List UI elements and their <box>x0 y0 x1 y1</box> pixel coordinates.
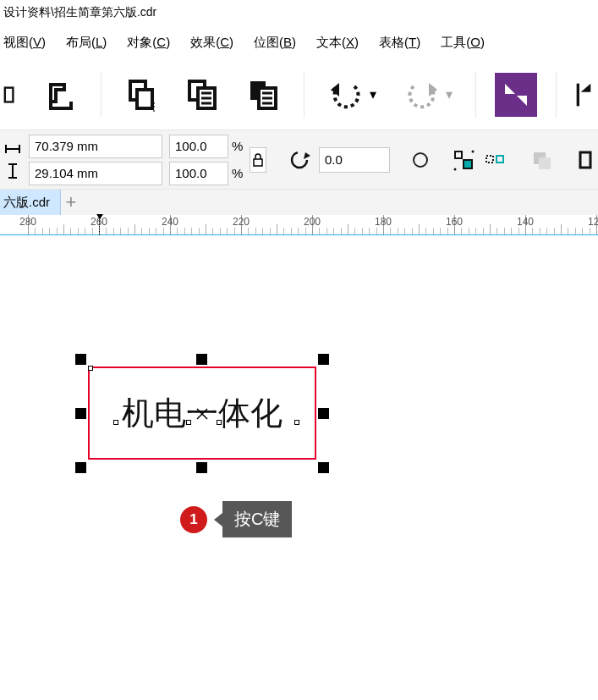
width-input[interactable] <box>29 135 162 158</box>
svg-point-28 <box>292 152 307 168</box>
pct-label: % <box>232 166 243 180</box>
width-icon <box>3 140 22 158</box>
undo-button[interactable]: ▾ <box>323 73 381 117</box>
center-marker[interactable] <box>196 408 208 420</box>
print-button[interactable] <box>0 73 21 117</box>
document-tab[interactable]: 六版.cdr <box>0 190 61 215</box>
pct-label: % <box>232 139 243 153</box>
menu-view[interactable]: 视图(V) <box>3 35 46 51</box>
duplicate-button[interactable] <box>243 73 285 117</box>
toolbar-divider <box>304 72 304 118</box>
chevron-down-icon: ▾ <box>446 86 453 102</box>
export-button[interactable] <box>40 73 82 117</box>
svg-marker-15 <box>331 83 339 96</box>
ruler-label: 200 <box>304 216 321 228</box>
svg-rect-1 <box>6 88 12 100</box>
ruler-label: 160 <box>446 216 463 228</box>
mirror-h-button[interactable] <box>408 146 433 174</box>
toolbar-divider <box>475 72 476 118</box>
svg-rect-27 <box>254 159 262 166</box>
svg-text:⋮: ⋮ <box>149 101 159 112</box>
svg-point-33 <box>453 168 456 170</box>
main-toolbar: ⋮ ▾ ▾ <box>0 59 598 130</box>
plus-icon: + <box>66 191 77 213</box>
extra-button[interactable] <box>573 146 598 174</box>
scale-x-input[interactable] <box>169 135 228 158</box>
copy-button[interactable]: ⋮ <box>120 73 162 117</box>
svg-marker-18 <box>517 96 527 106</box>
svg-rect-31 <box>455 152 462 158</box>
edge-handle[interactable] <box>113 420 118 425</box>
rotation-input[interactable] <box>319 147 390 173</box>
document-tab-bar: 六版.cdr + <box>0 190 598 215</box>
align-button[interactable] <box>451 146 476 174</box>
svg-marker-20 <box>581 83 591 91</box>
handle-mr[interactable] <box>318 408 329 419</box>
lock-ratio-button[interactable] <box>250 147 266 173</box>
menu-effect[interactable]: 效果(C) <box>190 35 233 51</box>
chevron-down-icon: ▾ <box>370 86 376 102</box>
redo-button[interactable]: ▾ <box>399 73 457 117</box>
toolbar-divider <box>101 72 101 118</box>
edge-handle[interactable] <box>294 420 299 425</box>
ruler-label: 180 <box>375 216 392 228</box>
svg-rect-38 <box>539 157 551 169</box>
distribute-button[interactable] <box>483 146 508 174</box>
paste-button[interactable] <box>182 73 224 117</box>
title-text: 设计资料\招生简章第六版.cdr <box>3 5 156 20</box>
handle-tr[interactable] <box>318 354 329 365</box>
svg-rect-35 <box>486 156 493 163</box>
handle-tl[interactable] <box>75 354 86 365</box>
instruction-tooltip: 按C键 <box>222 501 292 537</box>
ruler-label: 240 <box>162 216 178 228</box>
ruler-label: 280 <box>19 216 36 228</box>
rotation-icon <box>287 146 312 174</box>
dimension-icons <box>3 140 22 180</box>
edge-handle[interactable] <box>88 366 93 371</box>
title-bar: 设计资料\招生简章第六版.cdr <box>0 0 598 25</box>
horizontal-ruler[interactable]: 280260240220200180160140120 <box>0 215 598 235</box>
instruction-text: 按C键 <box>234 510 280 528</box>
handle-bl[interactable] <box>75 462 86 473</box>
handle-bm[interactable] <box>196 462 207 473</box>
svg-rect-39 <box>580 152 590 168</box>
ruler-label: 140 <box>517 216 534 228</box>
dimension-inputs <box>29 135 162 185</box>
height-icon <box>3 162 22 180</box>
handle-br[interactable] <box>318 462 329 473</box>
edge-handle[interactable] <box>217 420 222 425</box>
canvas[interactable]: 机电一体化 1 按C键 <box>0 235 598 700</box>
ruler-label: 220 <box>233 216 250 228</box>
svg-marker-16 <box>429 83 437 96</box>
svg-rect-19 <box>577 83 579 106</box>
menu-table[interactable]: 表格(T) <box>379 35 420 51</box>
instruction-callout: 1 按C键 <box>180 501 292 537</box>
toolbar-divider <box>556 72 557 118</box>
order-button[interactable] <box>529 146 554 174</box>
svg-rect-36 <box>497 156 503 163</box>
svg-marker-17 <box>505 84 515 94</box>
menu-tools[interactable]: 工具(O) <box>441 35 485 51</box>
svg-marker-29 <box>304 152 310 159</box>
svg-point-30 <box>414 153 427 167</box>
lock-icon <box>253 153 263 167</box>
menu-bitmap[interactable]: 位图(B) <box>254 35 296 51</box>
publish-button[interactable] <box>495 73 537 117</box>
edge-handle[interactable] <box>186 420 191 425</box>
handle-tm[interactable] <box>196 354 207 365</box>
ruler-cursor <box>99 215 100 234</box>
height-input[interactable] <box>29 162 162 185</box>
import-button[interactable] <box>575 73 593 117</box>
scale-inputs: % % <box>169 135 243 185</box>
add-tab-button[interactable]: + <box>61 190 88 215</box>
step-number: 1 <box>189 511 197 528</box>
svg-rect-32 <box>464 160 472 168</box>
menu-bar: 视图(V) 布局(L) 对象(C) 效果(C) 位图(B) 文本(X) 表格(T… <box>0 25 598 59</box>
tab-label: 六版.cdr <box>3 195 50 211</box>
svg-point-34 <box>471 150 474 152</box>
menu-layout[interactable]: 布局(L) <box>66 35 107 51</box>
menu-text[interactable]: 文本(X) <box>316 35 359 51</box>
scale-y-input[interactable] <box>169 162 228 185</box>
menu-object[interactable]: 对象(C) <box>127 35 170 51</box>
handle-ml[interactable] <box>75 408 86 419</box>
